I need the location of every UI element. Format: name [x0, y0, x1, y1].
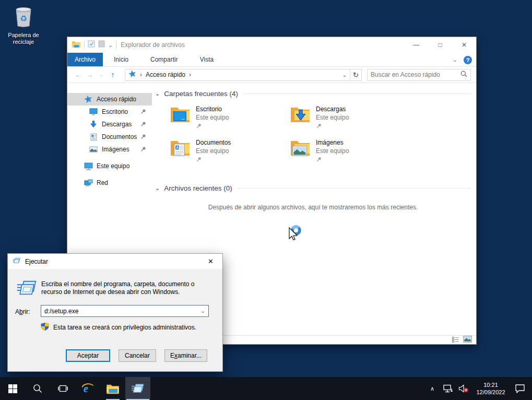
- run-dialog-title: Ejecutar: [25, 258, 48, 265]
- breadcrumb[interactable]: Acceso rápido: [146, 71, 185, 78]
- desktop-icon: [88, 108, 99, 115]
- forward-icon[interactable]: →: [84, 70, 96, 79]
- expand-ribbon-chevron-icon[interactable]: ⌄: [453, 56, 457, 63]
- combobox-dropdown-chevron-icon[interactable]: ⌄: [201, 308, 205, 314]
- taskbar: e ∧: [0, 377, 532, 400]
- tile-name: Imágenes: [316, 138, 349, 147]
- details-view-icon[interactable]: [452, 335, 459, 345]
- folder-tile-escritorio[interactable]: Escritorio Este equipo: [170, 105, 290, 138]
- divider: [116, 41, 116, 49]
- properties-icon[interactable]: [88, 40, 95, 50]
- maximize-button[interactable]: □: [428, 37, 452, 53]
- divider: [243, 93, 471, 94]
- collapse-chevron-icon[interactable]: ⌄: [155, 90, 160, 97]
- back-icon[interactable]: ←: [73, 70, 84, 79]
- search-box[interactable]: Buscar en Acceso rápido: [367, 69, 471, 81]
- quick-access-star-icon: [83, 95, 93, 103]
- close-button[interactable]: ✕: [452, 37, 476, 53]
- start-button[interactable]: [0, 377, 25, 400]
- recycle-bin-icon: ♻: [12, 21, 35, 30]
- run-dialog-titlebar[interactable]: Ejecutar ✕: [8, 254, 222, 269]
- pin-icon: [140, 146, 147, 154]
- large-icons-view-icon[interactable]: [463, 335, 472, 345]
- sidebar-item-imagenes[interactable]: Imágenes: [67, 143, 152, 156]
- tab-compartir[interactable]: Compartir: [139, 53, 189, 66]
- pin-icon: [196, 156, 202, 162]
- sidebar-item-documentos[interactable]: Documentos: [67, 131, 152, 143]
- address-bar[interactable]: › Acceso rápido › ⌄: [125, 69, 350, 81]
- documents-icon: [88, 133, 99, 141]
- cancelar-button[interactable]: Cancelar: [119, 349, 156, 362]
- search-icon[interactable]: [460, 70, 467, 79]
- tab-archivo[interactable]: Archivo: [67, 53, 103, 66]
- pin-icon: [140, 133, 147, 142]
- folder-tile-descargas[interactable]: Descargas Este equipo: [290, 105, 410, 138]
- network-tray-icon[interactable]: [441, 384, 455, 393]
- show-hidden-icons-chevron-icon[interactable]: ∧: [425, 385, 439, 392]
- pictures-icon: [88, 146, 99, 152]
- sidebar-item-label: Descargas: [102, 121, 132, 128]
- tab-inicio[interactable]: Inicio: [103, 53, 139, 66]
- breadcrumb-chevron-icon[interactable]: ›: [189, 71, 191, 78]
- tab-vista[interactable]: Vista: [189, 53, 224, 66]
- sidebar-item-descargas[interactable]: Descargas: [67, 118, 152, 131]
- address-dropdown-chevron-icon[interactable]: ⌄: [339, 72, 350, 78]
- downloads-icon: [88, 121, 99, 128]
- sidebar-item-acceso-rapido[interactable]: Acceso rápido: [67, 93, 152, 105]
- group-title: Archivos recientes (0): [164, 184, 232, 192]
- sidebar-item-label: Imágenes: [102, 146, 129, 153]
- pin-icon: [140, 121, 147, 129]
- customize-qat-chevron-icon[interactable]: ⌄: [108, 42, 113, 49]
- refresh-icon[interactable]: ↻: [350, 69, 362, 81]
- network-icon: [83, 179, 93, 186]
- breadcrumb-chevron-icon: ›: [140, 71, 142, 78]
- taskbar-search-icon[interactable]: [25, 377, 50, 400]
- folder-tile-documentos[interactable]: A Documentos Este equipo: [170, 138, 290, 172]
- open-combobox-value[interactable]: d:/setup.exe: [44, 308, 201, 315]
- sidebar-item-label: Escritorio: [102, 108, 128, 115]
- help-icon[interactable]: ?: [464, 56, 472, 64]
- pin-icon: [140, 108, 147, 116]
- action-center-icon[interactable]: [511, 384, 529, 393]
- run-app-taskbar-icon[interactable]: [125, 377, 150, 400]
- open-combobox[interactable]: d:/setup.exe ⌄: [41, 305, 209, 317]
- explorer-titlebar[interactable]: ⌄ Explorador de archivos — □ ✕: [67, 37, 476, 53]
- sidebar-item-este-equipo[interactable]: Este equipo: [67, 160, 152, 172]
- taskbar-clock[interactable]: 10:21 12/09/2022: [472, 381, 509, 396]
- aceptar-button[interactable]: Aceptar: [66, 349, 110, 362]
- quick-access-star-icon: [128, 70, 136, 79]
- file-explorer-taskbar-icon[interactable]: [100, 377, 125, 400]
- this-pc-icon: [83, 162, 93, 170]
- sidebar-item-escritorio[interactable]: Escritorio: [67, 105, 152, 118]
- tile-name: Escritorio: [196, 105, 229, 113]
- pin-icon: [316, 123, 322, 129]
- folder-pictures-icon: [290, 138, 311, 156]
- new-folder-icon[interactable]: [98, 40, 105, 50]
- minimize-button[interactable]: —: [404, 37, 428, 53]
- up-icon[interactable]: ↑: [107, 70, 119, 79]
- task-view-icon[interactable]: [50, 377, 75, 400]
- internet-explorer-icon[interactable]: e: [75, 377, 100, 400]
- collapse-chevron-icon[interactable]: ⌄: [155, 185, 160, 192]
- examinar-button[interactable]: Examinar...: [164, 349, 207, 362]
- svg-text:A: A: [176, 146, 179, 149]
- sidebar-item-label: Red: [97, 179, 108, 186]
- recycle-bin-shortcut[interactable]: ♻ Papelera de reciclaje: [2, 4, 45, 45]
- close-icon[interactable]: ✕: [199, 254, 222, 269]
- folder-tile-imagenes[interactable]: Imágenes Este equipo: [290, 138, 410, 172]
- volume-muted-icon[interactable]: [457, 384, 470, 393]
- svg-text:♻: ♻: [20, 14, 27, 23]
- run-dialog-icon: [13, 257, 21, 266]
- quick-access-toolbar: ⌄: [67, 40, 116, 50]
- uac-shield-icon: [41, 322, 49, 332]
- group-header-recent[interactable]: ⌄ Archivos recientes (0): [155, 184, 471, 192]
- recent-locations-chevron-icon[interactable]: ⌄: [96, 72, 107, 77]
- clock-time: 10:21: [472, 381, 509, 389]
- group-title: Carpetas frecuentes (4): [164, 90, 238, 98]
- recent-files-empty-message: Después de abrir algunos archivos, aquí …: [155, 204, 471, 211]
- tile-name: Documentos: [196, 138, 231, 147]
- clock-date: 12/09/2022: [472, 389, 509, 396]
- sidebar-item-red[interactable]: Red: [67, 177, 152, 189]
- ribbon-tabs: Archivo Inicio Compartir Vista ⌄ ?: [67, 53, 476, 67]
- group-header-frequent[interactable]: ⌄ Carpetas frecuentes (4): [155, 90, 471, 98]
